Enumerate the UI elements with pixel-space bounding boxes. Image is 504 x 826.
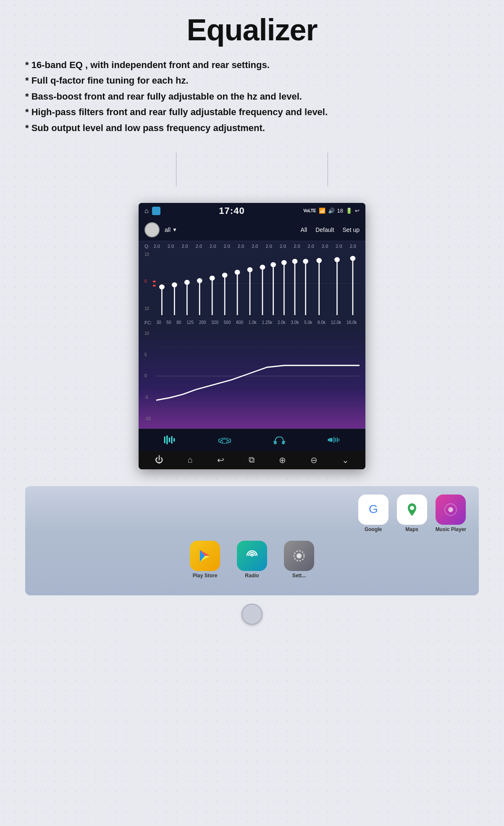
eq-controls-right: All Default Set up [301, 226, 360, 233]
bottom-app-row: Play Store Radio [25, 537, 479, 583]
q-val-11: 2.0 [290, 244, 303, 249]
q-label: Q: [144, 244, 150, 249]
signal-icon: 📶 [319, 208, 326, 214]
svg-point-44 [350, 256, 356, 261]
music-player-label: Music Player [436, 526, 466, 532]
svg-text:♪: ♪ [449, 507, 452, 513]
app-maps[interactable]: Maps [397, 495, 427, 532]
headphones-tab-icon[interactable] [273, 434, 286, 446]
freq-response-svg [156, 328, 360, 424]
app-radio[interactable]: Radio [237, 541, 267, 579]
app-settings[interactable]: Sett... [284, 541, 314, 579]
svg-point-26 [235, 270, 240, 275]
q-val-1: 2.0 [150, 244, 163, 249]
freq-y-n10: -10 [144, 416, 156, 421]
feature-1: * 16-band EQ , with independent front an… [25, 57, 479, 73]
q-values-row: Q: 2.0 2.0 2.0 2.0 2.0 2.0 2.0 2.0 2.0 2… [139, 241, 365, 250]
eq-channel-label[interactable]: all ▼ [165, 226, 177, 233]
svg-point-24 [222, 273, 228, 278]
plus-nav-icon[interactable]: ⊕ [279, 455, 286, 465]
q-val-12: 2.0 [304, 244, 318, 249]
features-list: * 16-band EQ , with independent front an… [25, 57, 479, 136]
svg-rect-64 [339, 439, 339, 441]
minus-nav-icon[interactable]: ⊖ [310, 455, 318, 465]
fc-labels: 30 50 80 125 200 320 500 800 1.0k 1.25k … [154, 320, 360, 325]
google-label: Google [365, 526, 382, 532]
q-val-9: 2.0 [262, 244, 276, 249]
power-nav-icon[interactable]: ⏻ [155, 455, 163, 465]
maps-icon[interactable] [397, 495, 427, 525]
fc-1: 30 [156, 320, 161, 325]
svg-rect-50 [164, 437, 165, 443]
volume-icon: 🔊 [328, 208, 335, 214]
svg-text:G: G [369, 502, 378, 516]
bottom-icons-bar [139, 429, 365, 451]
fc-4: 125 [186, 320, 194, 325]
playstore-icon[interactable] [190, 541, 220, 571]
home-button[interactable] [242, 604, 262, 625]
app-icon-small [152, 207, 160, 215]
radio-icon[interactable] [237, 541, 267, 571]
q-val-15: 2.0 [346, 244, 360, 249]
app-music[interactable]: ♪ Music Player [436, 495, 466, 532]
svg-point-28 [247, 267, 253, 272]
eq-icon-section: EQ [328, 157, 479, 182]
svg-point-32 [270, 262, 276, 267]
back-nav-icon[interactable]: ↩ [217, 455, 224, 465]
y-bot: 10 [144, 306, 151, 311]
playstore-label: Play Store [193, 573, 218, 579]
svg-rect-53 [171, 436, 172, 444]
music-player-icon[interactable]: ♪ [436, 495, 466, 525]
freq-y-10: 10 [144, 331, 156, 336]
google-icon[interactable]: G [358, 495, 388, 525]
svg-point-14 [159, 284, 165, 289]
eq-controls-bar: all ▼ All Default Set up [139, 219, 365, 241]
eq-tab-icon[interactable] [163, 434, 177, 446]
all-button[interactable]: All [301, 226, 307, 233]
svg-point-56 [220, 441, 223, 443]
eq-bands-area: 10 0 10 [139, 250, 365, 319]
app-playstore[interactable]: Play Store [190, 541, 220, 579]
page-title: Equalizer [25, 13, 479, 47]
speaker-eq-tab-icon[interactable] [327, 434, 341, 446]
phone-screen: ⌂ 17:40 VoLTE 📶 🔊 18 🔋 ↩ all ▼ [139, 203, 365, 469]
svg-rect-12 [153, 285, 155, 287]
fc-16: 16.0k [346, 320, 357, 325]
status-left: ⌂ [144, 207, 160, 215]
setup-button[interactable]: Set up [343, 226, 360, 233]
channel-dropdown-arrow: ▼ [172, 227, 177, 233]
q-val-7: 2.0 [234, 244, 247, 249]
svg-rect-11 [153, 281, 155, 282]
svg-point-66 [410, 506, 414, 510]
home-icon-small: ⌂ [144, 207, 149, 215]
svg-point-74 [251, 555, 253, 557]
system-nav-bar: ⏻ ⌂ ↩ ⧉ ⊕ ⊖ ⌄ [139, 451, 365, 469]
svg-rect-58 [274, 441, 276, 444]
feature-2: * Full q-factor fine tuning for each hz. [25, 73, 479, 88]
multitask-nav-icon[interactable]: ⧉ [249, 455, 255, 465]
car-tab-icon[interactable] [218, 434, 231, 446]
home-nav-icon[interactable]: ⌂ [188, 455, 193, 465]
q-val-14: 2.0 [332, 244, 345, 249]
fc-10: 1.25k [262, 320, 272, 325]
chevron-nav-icon[interactable]: ⌄ [342, 455, 349, 465]
app-google[interactable]: G Google [358, 495, 388, 532]
feature-3: * Bass-boost front and rear fully adjust… [25, 89, 479, 104]
q-val-13: 2.0 [318, 244, 331, 249]
feature-5: * Sub output level and low pass frequenc… [25, 120, 479, 136]
q-val-3: 2.0 [178, 244, 191, 249]
svg-point-30 [260, 265, 265, 270]
default-button[interactable]: Default [315, 226, 334, 233]
svg-rect-61 [333, 437, 334, 443]
home-button-area [25, 595, 479, 629]
svg-point-40 [316, 258, 322, 263]
svg-rect-63 [337, 437, 338, 442]
volume-level: 18 [337, 208, 343, 214]
icon-bar: EQ [25, 153, 479, 186]
svg-point-18 [184, 280, 190, 285]
speaker-section [176, 157, 327, 182]
freq-y-0: 0 [144, 374, 156, 378]
settings-icon[interactable] [284, 541, 314, 571]
fc-13: 5.0k [304, 320, 312, 325]
svg-point-34 [281, 260, 287, 265]
